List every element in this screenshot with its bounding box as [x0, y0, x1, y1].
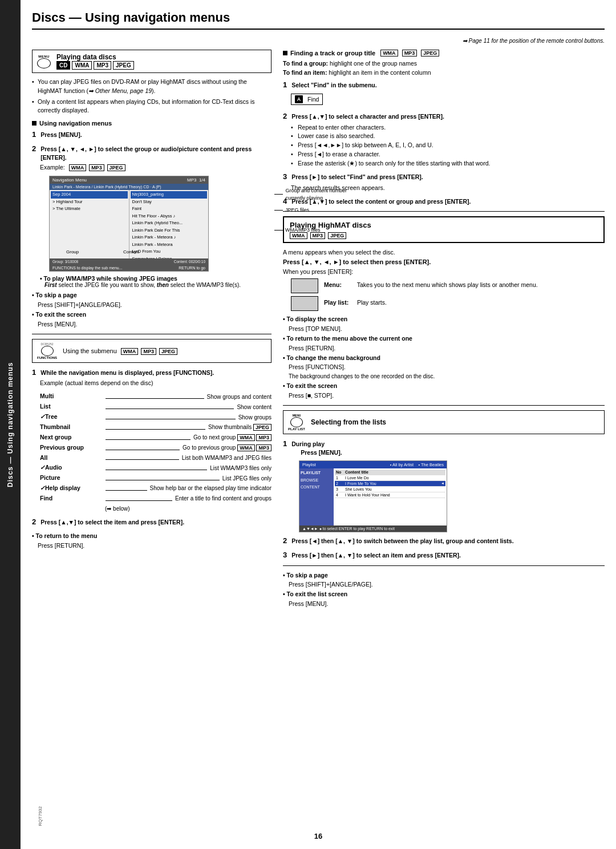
page-title: Discs — Using navigation menus	[32, 10, 605, 30]
submenu-desc-tree: Show groups	[238, 413, 271, 422]
submenu-label-multi: Multi	[40, 391, 103, 402]
submenu-item-audio: ✓Audio List WMA/MP3 files only	[40, 463, 271, 473]
ann-jpeg-line: JPEG files	[274, 207, 329, 213]
right-step-1-text: Select "Find" in the submenu.	[291, 81, 376, 90]
select-step-2-header: 2 Press [◄] then [▲, ▼] to switch betwee…	[283, 536, 605, 546]
nav-content-item-6[interactable]: Linkin Park Dale For This	[131, 227, 208, 235]
black-square-icon	[32, 121, 37, 126]
bullet-a-icon: A	[295, 95, 303, 103]
to-exit-text: Press [MENU].	[32, 320, 271, 329]
jpeg-tag: JPEG	[113, 61, 134, 70]
playing-arrow: ◄	[441, 482, 444, 486]
submenu-label-thumbnail: Thumbnail	[40, 422, 103, 432]
submenu-label-list: List	[40, 402, 103, 412]
r2-bullet-3: Press [◄◄,►►] to skip between A, E, I, O…	[291, 141, 605, 150]
left-column: MENU Playing data discs CD WMA MP3 JPEG	[32, 50, 271, 609]
remote-note: Page 11 for the position of the remote c…	[32, 38, 605, 44]
nav-content-item-10[interactable]: Somewhere I Belong	[131, 256, 208, 259]
nav-content-item-4[interactable]: Hit The Floor - Abyss ♪	[131, 213, 208, 220]
menu-label: MENU	[38, 55, 50, 58]
playlist-row-2[interactable]: 2 I From Me To You ◄	[335, 481, 445, 487]
row-1-num: 1	[336, 476, 345, 480]
jpeg-tag-ex: JPEG	[107, 164, 125, 171]
submenu-label-picture: Picture	[40, 473, 103, 483]
submenu-line-thumbnail	[106, 425, 205, 430]
submenu-line-picture	[106, 476, 220, 480]
playlist-sidebar: PLAY/LIST BROWSE CONTENT	[299, 468, 334, 525]
submenu-item-find: Find Enter a title to find content and g…	[40, 494, 271, 504]
nav-content-item-2[interactable]: Don't Stay	[131, 199, 208, 206]
submenu-desc-picture: List JPEG files only	[222, 474, 271, 483]
submenu-desc-multi: Show groups and content	[207, 392, 271, 402]
nav-content-item-3[interactable]: Faint	[131, 205, 208, 213]
submenu-line-nextgroup	[106, 435, 191, 440]
step-1b-body: Example (actual items depend on the disc…	[32, 379, 271, 388]
mp3-tag: MP3	[94, 61, 111, 70]
nav-group-item-2[interactable]: > Highland Tour	[51, 199, 128, 206]
menu-icon: MENU	[37, 55, 51, 68]
nav-content-item-5[interactable]: Linkin Park (Hybrid Theo...	[131, 220, 208, 227]
step-2b: 2 Press [▲,▼] to select the item and pre…	[32, 517, 271, 527]
nav-group-item-3[interactable]: > The Ultimate	[51, 205, 128, 213]
bottom-tips: • To skip a page Press [SHIFT]+[ANGLE/PA…	[283, 571, 605, 609]
submenu-item-help: ✓Help display Show help bar or the elaps…	[40, 483, 271, 494]
select-step-1: 1 During playPress [MENU].	[283, 439, 605, 456]
submenu-line-help	[106, 486, 147, 491]
divider-selecting	[283, 405, 605, 406]
nav-group-item-1[interactable]: Sep 2004	[51, 191, 128, 199]
submenu-item-multi: Multi Show groups and content	[40, 391, 271, 402]
right-step-3-num: 3	[283, 172, 287, 182]
row-2-num: 2	[336, 482, 345, 486]
step-2-num: 2	[32, 144, 36, 154]
select-lists-title: Selecting from the lists	[311, 418, 386, 426]
nav-content-item-1[interactable]: Ntrj3003_parting	[131, 191, 208, 199]
to-exit-screen-text: Press [■, STOP].	[283, 391, 605, 401]
playlist-row-4[interactable]: 4 I Want to Hold Your Hand	[335, 492, 445, 498]
ann-wma-text: WMA/MP3 files	[285, 227, 321, 233]
playlist-row-1[interactable]: 1 I Love Me Do	[335, 475, 445, 481]
to-skip-text: Press [SHIFT]+[ANGLE/PAGE].	[32, 300, 271, 310]
side-tab: Discs — Using navigation menus	[0, 0, 21, 849]
submenu-desc-prevgroup: Go to previous group WMA MP3	[183, 443, 271, 452]
r2-bullet-4: Press [◄] to erase a character.	[291, 150, 605, 159]
highmat-title: Playing HighMAT discs	[290, 221, 598, 229]
col-no: No	[336, 470, 345, 474]
nav-title: Navigation Menu	[52, 177, 87, 183]
playlist-icon: MENU PLAY LIST	[288, 414, 305, 431]
playlist-screen-area: Playlist • All by Artist • The Beatles P…	[291, 460, 605, 532]
find-label: Find	[307, 95, 319, 104]
menu-circle	[37, 58, 51, 68]
example-label-b: Example (actual items depend on the disc…	[40, 379, 153, 386]
highmat-tags: WMA MP3 JPEG	[290, 232, 598, 238]
submenu-jpeg: JPEG	[159, 348, 177, 355]
find-content-text: To find an item: highlight an item in th…	[283, 68, 605, 78]
finding-wma: WMA	[380, 50, 398, 56]
step-1-num: 1	[32, 130, 36, 140]
nav-content-count: Content: 0020/0:10	[174, 260, 205, 264]
to-exit-heading: • To exit the screen	[32, 310, 271, 320]
submenu-item-picture: Picture List JPEG files only	[40, 473, 271, 483]
select-step-2: 2 Press [◄] then [▲, ▼] to switch betwee…	[283, 536, 605, 546]
nav-content-item-7[interactable]: Linkin Park - Meteora ♪	[131, 234, 208, 241]
submenu-item-nextgroup: Next group Go to next group WMA MP3	[40, 432, 271, 443]
step-2-header: 2 Press [▲, ▼, ◄, ►] to select the group…	[32, 144, 271, 161]
submenu-item-thumbnail: Thumbnail Show thumbnails JPEG	[40, 422, 271, 432]
sidebar-item-browse: BROWSE	[301, 477, 333, 484]
select-step-1-text: During playPress [MENU].	[291, 440, 342, 456]
nav-content-item-8[interactable]: Linkin Park - Meteora	[131, 241, 208, 249]
submenu-line-find	[106, 496, 172, 501]
when-enter-label: When you press [ENTER]:	[283, 268, 605, 275]
rqt-number: RQT7932	[38, 806, 43, 826]
intro-bullets: You can play JPEG files on DVD-RAM or pl…	[32, 78, 271, 115]
playlist-row-3[interactable]: 3 She Loves You	[335, 487, 445, 492]
step-2b-num: 2	[32, 517, 36, 527]
functions-label-bottom: FUNCTIONS	[37, 356, 57, 359]
submenu-desc-all: List both WMA/MP3 and JPEG files	[182, 453, 271, 463]
using-nav-label: Using navigation menus	[39, 120, 112, 127]
submenu-line-tree	[106, 415, 236, 419]
finding-heading: Finding a track or group title WMA MP3 J…	[283, 50, 605, 56]
nav-content-item-9[interactable]: LyrD From You	[131, 248, 208, 256]
step-2b-header: 2 Press [▲,▼] to select the item and pre…	[32, 517, 271, 527]
playlist-screen: Playlist • All by Artist • The Beatles P…	[299, 460, 447, 532]
mp3-tag-ng: MP3	[256, 434, 271, 441]
